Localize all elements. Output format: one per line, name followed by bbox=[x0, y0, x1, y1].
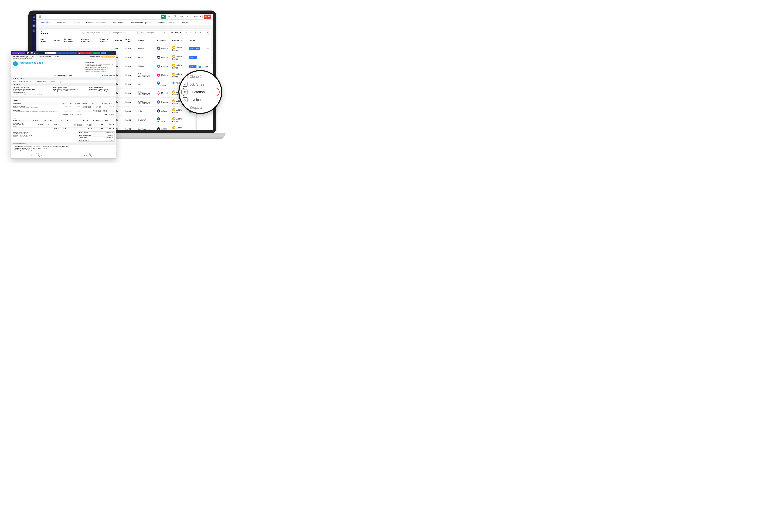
tab-all-jobs[interactable]: All Jobs bbox=[70, 20, 83, 25]
approve-button[interactable]: Approve bbox=[93, 52, 100, 54]
top-bar: 🔒 💬 🔍 📅 ⌨ ? 🛡 Admin ▾ 🔔33 bbox=[37, 14, 213, 20]
search-button[interactable]: 🔍 bbox=[167, 15, 172, 19]
dr-number: DR - 21 -369 bbox=[26, 52, 38, 54]
term-item: Delivery: Within 2 – 3 days. bbox=[15, 149, 115, 151]
status-chip: Awaiting Approval bbox=[12, 52, 25, 54]
term-item: Payment Terms: 100% In advance before de… bbox=[15, 148, 115, 149]
col-header: Brand bbox=[136, 37, 155, 44]
help-nav-icon[interactable]: ? bbox=[32, 20, 36, 23]
services-table: Service NamePriceDiscSub TotalTax CodeTa… bbox=[13, 102, 115, 116]
parts-table: Part DescriptionTax CodeQtyPriceDiscTaxT… bbox=[13, 120, 115, 131]
parts-title: Parts bbox=[13, 117, 115, 119]
quotation-info-bar: Job Sheet Number : DR - 21 -369 Quotatio… bbox=[11, 55, 116, 60]
keyboard-button[interactable]: ⌨ bbox=[179, 15, 184, 19]
col-header: Created By bbox=[170, 37, 187, 44]
col-header: Job Sheet bbox=[39, 37, 50, 44]
quotation-details-section: Quotation Details bbox=[11, 96, 116, 98]
tab-basic-workflow-settings[interactable]: Basic/Workflow Settings bbox=[83, 20, 110, 25]
quote-doc-icon: 🗎 bbox=[183, 90, 188, 95]
actions-button[interactable]: ⚙ Actions bbox=[106, 52, 115, 54]
filters-button[interactable]: All Filters ▾ bbox=[169, 30, 183, 35]
people-icon: 👥 bbox=[198, 66, 201, 68]
totals-box: Total Amount₹12,250.00 Total Tax Amount₹… bbox=[78, 132, 115, 142]
tab-overview[interactable]: Overview bbox=[178, 20, 192, 25]
tool-scan-icon[interactable]: ⧉ bbox=[185, 30, 188, 35]
lens-invoice[interactable]: $Invoice bbox=[182, 96, 221, 103]
page-title: Jobs bbox=[41, 31, 48, 35]
lens-quotation[interactable]: 🗎Quotation bbox=[182, 88, 221, 96]
magnifier-lens: ⧉Clone Job 🗎Job Sheet 🗎Quotation $Invoic… bbox=[178, 70, 222, 114]
col-header: Payment Status bbox=[98, 37, 113, 44]
assignee-select[interactable]: Select Assignee ▾ bbox=[139, 30, 167, 35]
tab-job-settings[interactable]: Job Settings bbox=[110, 20, 127, 25]
invoice-icon: $ bbox=[183, 97, 188, 102]
tab-print-option-settings[interactable]: Print Option Settings bbox=[154, 20, 178, 25]
logo-icon: 🖵 bbox=[13, 61, 18, 66]
help-button[interactable]: ? bbox=[185, 15, 189, 19]
business-header: 🖵 Your Business Logo Demo Account H-2537… bbox=[11, 60, 116, 74]
term-item: Validity: The prices quoted are valid fo… bbox=[15, 146, 115, 148]
business-sig-icon: ⎌ bbox=[84, 153, 96, 155]
search-input[interactable]: 🔍 JobSheet, Customer, ... bbox=[80, 30, 108, 35]
row-gear-icon[interactable]: ⚙ bbox=[207, 47, 209, 49]
quotation-date: 04-Oct-2024 07:52 PM bbox=[72, 75, 116, 76]
status-select[interactable]: Select job status bbox=[109, 30, 137, 35]
signatures: 〰Customer Signature ⎌Business Signature bbox=[11, 152, 116, 159]
col-header: Assignee bbox=[155, 37, 170, 44]
print-button[interactable]: 🖨 Print bbox=[78, 52, 85, 54]
tool-export-icon[interactable]: x̂ bbox=[194, 30, 197, 35]
mail-nav-icon[interactable]: ✉ bbox=[32, 24, 36, 27]
admin-chip[interactable]: 🛡 Admin ▾ bbox=[190, 15, 202, 19]
notification-badge[interactable]: 🔔33 bbox=[204, 15, 211, 19]
tab-closed-jobs[interactable]: Closed Jobs bbox=[53, 20, 70, 25]
lens-job-sheet[interactable]: 🗎Job Sheet bbox=[182, 80, 221, 88]
doc-icon: 🗎 bbox=[183, 82, 188, 87]
col-header: Payment Received bbox=[62, 37, 79, 44]
quotation-header: Awaiting Approval DR - 21 -369 ◯ Whatsap… bbox=[11, 51, 116, 55]
quotation-title: Quotation: QT-21-834 bbox=[54, 74, 72, 77]
hamburger-icon[interactable]: ☰ bbox=[32, 15, 36, 18]
tab-technician-print-options[interactable]: Technician Print Options bbox=[127, 20, 154, 25]
tool-barcode-icon[interactable]: ⌗ bbox=[190, 30, 193, 35]
edit-button[interactable]: Edit bbox=[101, 52, 106, 54]
terms-list: Validity: The prices quoted are valid fo… bbox=[13, 146, 115, 151]
add-job-button[interactable]: ＋▾ bbox=[204, 30, 209, 35]
customer-details-section: Customer Details bbox=[11, 77, 116, 80]
quotation-window: Awaiting Approval DR - 21 -369 ◯ Whatsap… bbox=[11, 51, 116, 159]
chart-nav-icon[interactable]: ▥ bbox=[32, 29, 36, 32]
business-name: Your Business Logo bbox=[19, 61, 43, 64]
services-title: Services bbox=[13, 100, 115, 102]
col-header: Payment Remaining bbox=[79, 37, 98, 44]
view-job-button[interactable]: 👁 View Job bbox=[67, 52, 77, 54]
tabs-bar: Open JobsClosed JobsAll JobsBasic/Workfl… bbox=[37, 20, 213, 25]
col-header: Customer bbox=[50, 37, 62, 44]
col-header: Device Type bbox=[124, 37, 136, 44]
dd-assign-to[interactable]: 👥Assign To bbox=[197, 64, 213, 69]
col-header: Priority bbox=[113, 37, 124, 44]
customer-sig-icon: 〰 bbox=[31, 153, 44, 155]
view-list-icon[interactable]: ≣ bbox=[199, 30, 202, 35]
chat-button[interactable]: 💬 bbox=[161, 15, 166, 19]
tab-open-jobs[interactable]: Open Jobs bbox=[37, 20, 53, 25]
reject-button[interactable]: Reject bbox=[85, 52, 92, 54]
terms-section: Terms and Conditions bbox=[11, 142, 116, 145]
col-header: Status bbox=[187, 37, 205, 44]
admin-label: Admin bbox=[194, 15, 199, 18]
whatsapp-button[interactable]: ◯ Whatsapp bbox=[45, 52, 56, 54]
calendar-button[interactable]: 📅 bbox=[173, 15, 178, 19]
lock-icon[interactable]: 🔒 bbox=[38, 15, 42, 18]
download-button[interactable]: ⬇ Download bbox=[56, 52, 67, 54]
job-details-section: Job Details bbox=[11, 83, 116, 86]
website-link[interactable]: https://www.yourdomain.com bbox=[91, 71, 106, 72]
